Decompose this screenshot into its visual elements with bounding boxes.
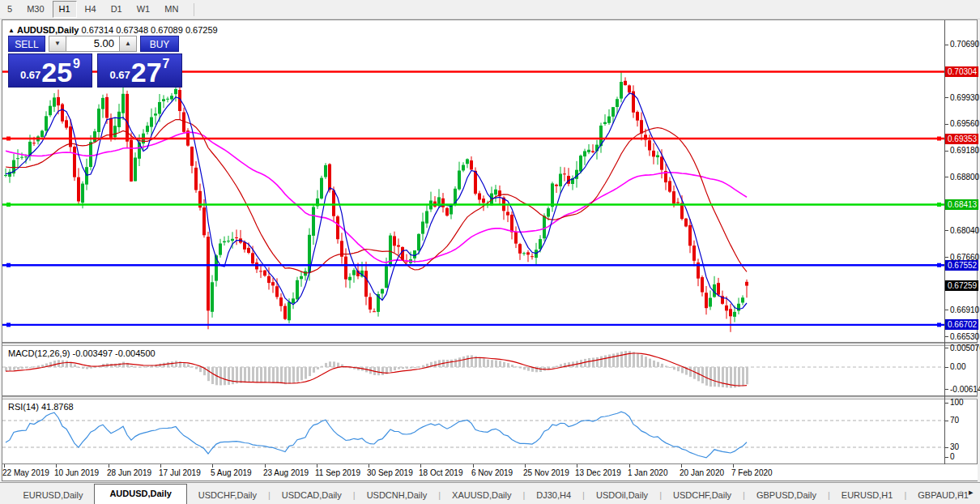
date-tick [629, 464, 630, 468]
date-tick [109, 464, 109, 468]
tab-audusd-daily[interactable]: AUDUSD,Daily [94, 484, 186, 504]
rsi-axis-label: 0 [950, 452, 955, 461]
mt4-terminal: 5M30H1H4D1W1MN ▲ AUDUSD,Daily 0.67314 0.… [0, 0, 980, 504]
volume-input[interactable]: 5.00 [66, 36, 119, 52]
axis-tick-label: 0.66910 [950, 305, 979, 314]
axis-tick [945, 389, 948, 390]
date-label: 6 Nov 2019 [471, 468, 513, 477]
date-tick [212, 464, 213, 468]
date-label: 10 Jun 2019 [54, 468, 99, 477]
macd-label: MACD(12,26,9) -0.003497 -0.004500 [8, 348, 156, 358]
axis-price-badge: 0.69353 [945, 134, 978, 144]
macd-axis-label: 0.005076 [950, 344, 980, 352]
axis-tick [945, 230, 948, 231]
rsi-label: RSI(14) 41.8768 [8, 402, 74, 412]
tab-dj30-h4[interactable]: DJ30,H4 [525, 486, 582, 504]
sell-price-box[interactable]: 0.67 25 9 [8, 53, 92, 88]
date-label: 25 Nov 2019 [523, 468, 569, 477]
date-tick [160, 464, 161, 468]
axis-price-badge: 0.68413 [945, 199, 978, 210]
date-label: 18 Oct 2019 [419, 468, 462, 477]
chart-title: ▲ AUDUSD,Daily 0.67314 0.67348 0.67089 0… [8, 25, 218, 35]
axis-price-badge: 0.67259 [945, 280, 978, 291]
tab-scroll-right-icon[interactable]: ▸ [969, 487, 974, 498]
line-handle[interactable] [937, 263, 941, 267]
macd-axis-label: -0.006148 [950, 385, 980, 394]
sell-price-main: 25 [41, 60, 72, 84]
volume-increase-button[interactable]: ▲ [119, 36, 137, 52]
axis-tick [945, 151, 948, 152]
line-handle[interactable] [937, 322, 941, 327]
toolbar-separator [194, 3, 194, 16]
axis-price-badge: 0.67552 [945, 260, 978, 271]
macd-axis-label: 0.00 [950, 362, 965, 371]
axis-tick-label: 0.68040 [950, 226, 979, 235]
axis-tick-label: 0.69180 [950, 146, 979, 155]
candles [4, 72, 748, 332]
tab-usdchf-daily[interactable]: USDCHF,Daily [187, 486, 268, 504]
line-handle[interactable] [6, 203, 11, 207]
buy-price-box[interactable]: 0.67 27 7 [97, 53, 182, 88]
ma-fast-line[interactable] [6, 93, 747, 310]
date-label: 20 Jan 2020 [680, 468, 724, 477]
line-handle[interactable] [6, 137, 11, 141]
date-label: 7 Feb 2020 [731, 468, 773, 477]
timeframe-button-h4[interactable]: H4 [79, 1, 103, 18]
date-label: 11 Sep 2019 [315, 468, 360, 477]
timeframe-button-d1[interactable]: D1 [104, 1, 129, 18]
axis-tick [945, 336, 948, 337]
timeframe-button-w1[interactable]: W1 [130, 1, 157, 18]
date-label: 5 Aug 2019 [211, 468, 252, 477]
line-handle[interactable] [937, 203, 941, 207]
volume-decrease-button[interactable]: ▼ [49, 36, 66, 52]
axis-tick-label: 0.69560 [950, 119, 979, 128]
date-tick [577, 464, 577, 468]
axis-tick-label: 0.70690 [950, 40, 979, 49]
axis-tick-label: 0.69930 [950, 93, 979, 102]
date-tick [369, 464, 369, 468]
timeframe-toolbar: 5M30H1H4D1W1MN [0, 0, 980, 19]
line-handle[interactable] [6, 263, 11, 267]
date-label: 1 Jan 2020 [628, 468, 668, 477]
tab-gbpusd-daily[interactable]: GBPUSD,Daily [745, 486, 828, 504]
line-handle[interactable] [937, 137, 941, 141]
buy-button[interactable]: BUY [140, 36, 179, 52]
timeframe-button-mn[interactable]: MN [158, 1, 185, 18]
rsi-line [6, 412, 747, 458]
axis-tick [945, 177, 948, 177]
axis-tick [945, 457, 948, 458]
axis-tick-label: 0.68800 [950, 173, 979, 182]
tab-eurusd-daily[interactable]: EURUSD,Daily [11, 486, 94, 504]
sell-button[interactable]: SELL [8, 36, 45, 52]
ohlc-values: 0.67314 0.67348 0.67089 0.67259 [81, 25, 217, 35]
tab-eurusd-h1[interactable]: EURUSD,H1 [830, 486, 905, 504]
buy-price-pip: 7 [163, 57, 170, 71]
tab-usdoil-daily[interactable]: USDOil,Daily [585, 486, 659, 504]
ma-slow-line[interactable] [6, 132, 747, 263]
buy-price-main: 27 [131, 60, 162, 84]
ma-mid-line[interactable] [6, 120, 747, 274]
rsi-panel[interactable] [2, 399, 944, 463]
collapse-arrow-icon[interactable]: ▲ [8, 27, 15, 34]
tab-usdchf-daily[interactable]: USDCHF,Daily [662, 486, 743, 504]
sell-price-prefix: 0.67 [20, 69, 40, 81]
axis-tick [945, 97, 948, 98]
timeframe-button-h1[interactable]: H1 [53, 1, 77, 18]
tab-usdcad-daily[interactable]: USDCAD,Daily [271, 486, 353, 504]
line-handle[interactable] [6, 322, 11, 327]
tab-xauusd-daily[interactable]: XAUUSD,Daily [441, 486, 522, 504]
axis-tick [945, 403, 948, 404]
tab-scroll-left-icon[interactable]: ◂ [957, 487, 962, 498]
axis-tick [945, 257, 948, 258]
chart-tab-bar: EURUSD,DailyAUDUSD,DailyUSDCHF,Daily|USD… [0, 482, 980, 504]
date-label: 13 Dec 2019 [575, 468, 621, 477]
axis-tick [945, 45, 948, 45]
tab-usdcnh-daily[interactable]: USDCNH,Daily [356, 486, 439, 504]
date-tick [733, 464, 734, 468]
timeframe-button-m30[interactable]: M30 [20, 1, 50, 18]
date-tick [525, 464, 526, 468]
date-label: 28 Jun 2019 [107, 468, 151, 477]
timeframe-button-5[interactable]: 5 [1, 1, 19, 18]
rsi-axis-label: 30 [950, 442, 959, 451]
axis-price-badge: 0.66702 [945, 319, 978, 330]
